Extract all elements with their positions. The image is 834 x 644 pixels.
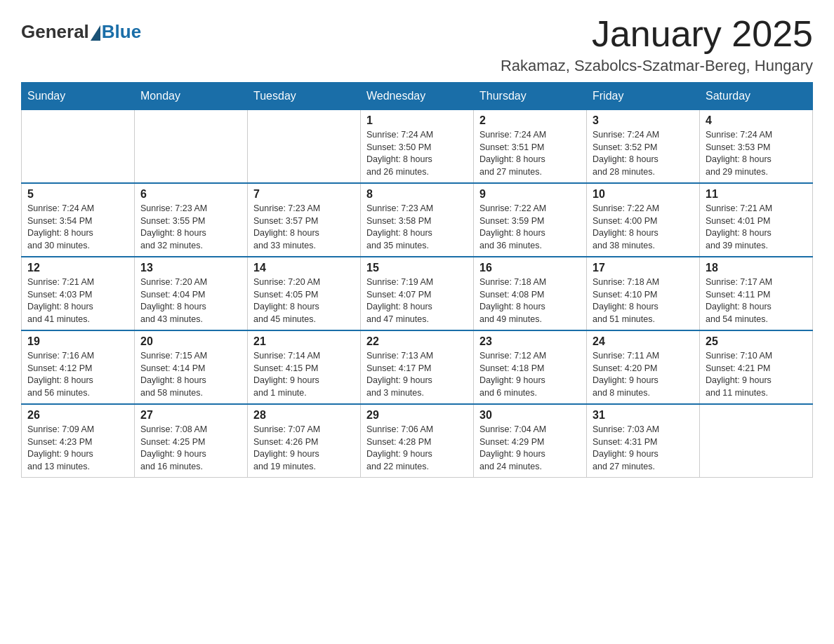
day-info: Sunrise: 7:24 AMSunset: 3:52 PMDaylight:… [593,129,694,178]
day-info: Sunrise: 7:23 AMSunset: 3:57 PMDaylight:… [253,203,355,252]
header-thursday: Thursday [474,83,587,110]
calendar-week-row: 19Sunrise: 7:16 AMSunset: 4:12 PMDayligh… [22,330,813,404]
day-number: 19 [27,335,128,348]
day-number: 6 [140,188,241,201]
day-number: 22 [366,335,468,348]
day-info: Sunrise: 7:24 AMSunset: 3:53 PMDaylight:… [706,129,807,178]
calendar-cell: 27Sunrise: 7:08 AMSunset: 4:25 PMDayligh… [135,404,248,478]
day-info: Sunrise: 7:23 AMSunset: 3:55 PMDaylight:… [140,203,241,252]
day-number: 16 [479,262,581,274]
calendar-cell: 15Sunrise: 7:19 AMSunset: 4:07 PMDayligh… [361,257,474,330]
day-number: 20 [140,335,241,348]
calendar-week-row: 26Sunrise: 7:09 AMSunset: 4:23 PMDayligh… [22,404,813,478]
day-number: 5 [27,188,128,201]
day-info: Sunrise: 7:22 AMSunset: 3:59 PMDaylight:… [479,203,581,252]
calendar-cell: 10Sunrise: 7:22 AMSunset: 4:00 PMDayligh… [587,183,700,257]
calendar-cell: 5Sunrise: 7:24 AMSunset: 3:54 PMDaylight… [22,183,135,257]
day-info: Sunrise: 7:22 AMSunset: 4:00 PMDaylight:… [593,203,694,252]
calendar-cell [248,110,361,184]
day-number: 29 [366,409,468,422]
day-number: 27 [140,409,241,422]
day-info: Sunrise: 7:24 AMSunset: 3:54 PMDaylight:… [27,203,128,252]
day-info: Sunrise: 7:24 AMSunset: 3:51 PMDaylight:… [479,129,581,178]
day-number: 12 [27,262,128,274]
day-info: Sunrise: 7:13 AMSunset: 4:17 PMDaylight:… [366,350,468,399]
calendar-cell [22,110,135,184]
calendar-cell: 7Sunrise: 7:23 AMSunset: 3:57 PMDaylight… [248,183,361,257]
day-number: 21 [253,335,355,348]
calendar-cell: 6Sunrise: 7:23 AMSunset: 3:55 PMDaylight… [135,183,248,257]
calendar-cell: 23Sunrise: 7:12 AMSunset: 4:18 PMDayligh… [474,330,587,404]
calendar-cell: 19Sunrise: 7:16 AMSunset: 4:12 PMDayligh… [22,330,135,404]
calendar-cell: 9Sunrise: 7:22 AMSunset: 3:59 PMDaylight… [474,183,587,257]
calendar-week-row: 1Sunrise: 7:24 AMSunset: 3:50 PMDaylight… [22,110,813,184]
day-number: 25 [706,335,807,348]
calendar-cell [135,110,248,184]
calendar-cell: 24Sunrise: 7:11 AMSunset: 4:20 PMDayligh… [587,330,700,404]
day-number: 24 [593,335,694,348]
day-info: Sunrise: 7:11 AMSunset: 4:20 PMDaylight:… [593,350,694,399]
calendar-cell: 2Sunrise: 7:24 AMSunset: 3:51 PMDaylight… [474,110,587,184]
calendar-cell: 12Sunrise: 7:21 AMSunset: 4:03 PMDayligh… [22,257,135,330]
day-number: 28 [253,409,355,422]
calendar-cell: 18Sunrise: 7:17 AMSunset: 4:11 PMDayligh… [700,257,813,330]
calendar-cell: 22Sunrise: 7:13 AMSunset: 4:17 PMDayligh… [361,330,474,404]
calendar-cell: 8Sunrise: 7:23 AMSunset: 3:58 PMDaylight… [361,183,474,257]
day-info: Sunrise: 7:17 AMSunset: 4:11 PMDaylight:… [706,276,807,326]
day-info: Sunrise: 7:21 AMSunset: 4:01 PMDaylight:… [706,203,807,252]
day-number: 30 [479,409,581,422]
calendar-cell: 13Sunrise: 7:20 AMSunset: 4:04 PMDayligh… [135,257,248,330]
calendar-header-row: SundayMondayTuesdayWednesdayThursdayFrid… [22,83,813,110]
day-number: 17 [593,262,694,274]
title-area: January 2025 Rakamaz, Szabolcs-Szatmar-B… [501,14,813,75]
calendar-cell: 21Sunrise: 7:14 AMSunset: 4:15 PMDayligh… [248,330,361,404]
calendar-cell: 17Sunrise: 7:18 AMSunset: 4:10 PMDayligh… [587,257,700,330]
day-info: Sunrise: 7:09 AMSunset: 4:23 PMDaylight:… [27,424,128,473]
calendar-cell: 29Sunrise: 7:06 AMSunset: 4:28 PMDayligh… [361,404,474,478]
calendar-cell: 25Sunrise: 7:10 AMSunset: 4:21 PMDayligh… [700,330,813,404]
header: General Blue January 2025 Rakamaz, Szabo… [21,14,813,75]
day-number: 10 [593,188,694,201]
day-info: Sunrise: 7:08 AMSunset: 4:25 PMDaylight:… [140,424,241,473]
day-number: 11 [706,188,807,201]
calendar-cell: 31Sunrise: 7:03 AMSunset: 4:31 PMDayligh… [587,404,700,478]
day-info: Sunrise: 7:10 AMSunset: 4:21 PMDaylight:… [706,350,807,399]
day-info: Sunrise: 7:18 AMSunset: 4:10 PMDaylight:… [593,276,694,326]
day-info: Sunrise: 7:23 AMSunset: 3:58 PMDaylight:… [366,203,468,252]
day-info: Sunrise: 7:12 AMSunset: 4:18 PMDaylight:… [479,350,581,399]
logo-triangle-icon [91,25,100,41]
day-info: Sunrise: 7:24 AMSunset: 3:50 PMDaylight:… [366,129,468,178]
logo-general-text: General [21,21,89,43]
calendar-cell: 4Sunrise: 7:24 AMSunset: 3:53 PMDaylight… [700,110,813,184]
day-info: Sunrise: 7:06 AMSunset: 4:28 PMDaylight:… [366,424,468,473]
calendar-cell: 3Sunrise: 7:24 AMSunset: 3:52 PMDaylight… [587,110,700,184]
day-number: 3 [593,114,694,127]
day-number: 14 [253,262,355,274]
logo: General Blue [21,21,141,43]
calendar-table: SundayMondayTuesdayWednesdayThursdayFrid… [21,82,813,478]
day-info: Sunrise: 7:03 AMSunset: 4:31 PMDaylight:… [593,424,694,473]
day-info: Sunrise: 7:18 AMSunset: 4:08 PMDaylight:… [479,276,581,326]
day-number: 4 [706,114,807,127]
day-number: 31 [593,409,694,422]
header-friday: Friday [587,83,700,110]
day-info: Sunrise: 7:20 AMSunset: 4:05 PMDaylight:… [253,276,355,326]
day-number: 1 [366,114,468,127]
calendar-cell: 16Sunrise: 7:18 AMSunset: 4:08 PMDayligh… [474,257,587,330]
day-number: 7 [253,188,355,201]
day-info: Sunrise: 7:14 AMSunset: 4:15 PMDaylight:… [253,350,355,399]
day-info: Sunrise: 7:04 AMSunset: 4:29 PMDaylight:… [479,424,581,473]
header-wednesday: Wednesday [361,83,474,110]
calendar-subtitle: Rakamaz, Szabolcs-Szatmar-Bereg, Hungary [501,57,813,75]
day-number: 15 [366,262,468,274]
calendar-cell: 28Sunrise: 7:07 AMSunset: 4:26 PMDayligh… [248,404,361,478]
day-info: Sunrise: 7:21 AMSunset: 4:03 PMDaylight:… [27,276,128,326]
calendar-cell: 11Sunrise: 7:21 AMSunset: 4:01 PMDayligh… [700,183,813,257]
header-saturday: Saturday [700,83,813,110]
day-number: 23 [479,335,581,348]
day-number: 8 [366,188,468,201]
calendar-title: January 2025 [501,14,813,54]
calendar-cell: 14Sunrise: 7:20 AMSunset: 4:05 PMDayligh… [248,257,361,330]
day-number: 18 [706,262,807,274]
day-info: Sunrise: 7:19 AMSunset: 4:07 PMDaylight:… [366,276,468,326]
